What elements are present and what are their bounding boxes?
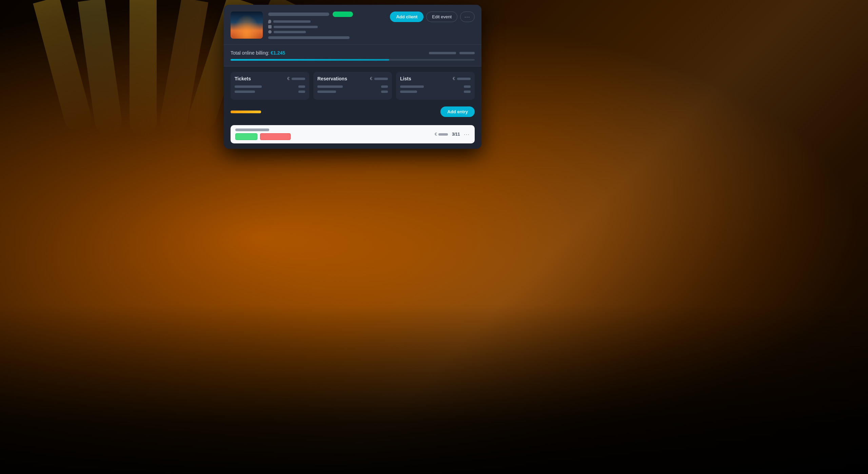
entry-price: € bbox=[435, 132, 448, 137]
info-icon bbox=[268, 30, 272, 34]
reservations-header: Reservations € bbox=[317, 76, 388, 81]
reservations-price-bar bbox=[374, 78, 388, 80]
add-client-button[interactable]: Add client bbox=[390, 12, 423, 22]
tickets-item-1 bbox=[235, 85, 305, 88]
lists-header: Lists € bbox=[400, 76, 471, 81]
lists-price-bar bbox=[457, 78, 471, 80]
reservations-price: € bbox=[370, 76, 388, 81]
location-row bbox=[268, 20, 384, 23]
lists-item-1-action bbox=[464, 85, 471, 88]
lists-item-2-action bbox=[464, 91, 471, 93]
billing-progress-bg bbox=[231, 59, 475, 61]
event-thumbnail bbox=[231, 12, 263, 39]
description-bar bbox=[268, 36, 350, 39]
calendar-icon bbox=[268, 25, 272, 28]
status-badge bbox=[333, 12, 353, 17]
crowd bbox=[0, 304, 868, 474]
entry-name-bar bbox=[235, 129, 269, 131]
reservations-item-1-bar bbox=[317, 85, 343, 88]
date-row bbox=[268, 25, 384, 28]
tag-green bbox=[235, 133, 257, 140]
reservations-card: Reservations € bbox=[313, 72, 392, 100]
tag-red bbox=[260, 133, 291, 140]
tickets-price: € bbox=[287, 76, 305, 81]
tickets-item-1-bar bbox=[235, 85, 262, 88]
more-options-button[interactable]: ··· bbox=[460, 12, 475, 22]
event-title-bar bbox=[268, 13, 329, 16]
reservations-item-1-action bbox=[381, 85, 388, 88]
tickets-header: Tickets € bbox=[235, 76, 305, 81]
lists-price: € bbox=[453, 76, 471, 81]
modal-header: Add client Edit event ··· bbox=[224, 5, 481, 45]
location-icon bbox=[268, 20, 271, 23]
tickets-item-2-bar bbox=[235, 91, 255, 93]
tickets-item-2-action bbox=[298, 91, 305, 93]
info-row bbox=[268, 30, 384, 34]
billing-progress-fill bbox=[231, 59, 389, 61]
entry-row: € 3/11 ··· bbox=[231, 125, 475, 143]
entry-left bbox=[235, 129, 431, 140]
reservations-title: Reservations bbox=[317, 76, 347, 81]
thumbnail-image bbox=[231, 12, 263, 39]
reservations-euro: € bbox=[370, 76, 372, 81]
lists-card: Lists € bbox=[396, 72, 475, 100]
entry-count: 3/11 bbox=[452, 132, 460, 137]
info-bar bbox=[274, 31, 306, 33]
lists-euro: € bbox=[453, 76, 455, 81]
billing-bar-1 bbox=[429, 52, 456, 54]
entry-tags bbox=[235, 133, 431, 140]
header-info bbox=[268, 12, 384, 39]
reservations-item-2-action bbox=[381, 91, 388, 93]
tickets-title: Tickets bbox=[235, 76, 251, 81]
billing-bar-2 bbox=[459, 52, 475, 54]
date-bar bbox=[274, 26, 318, 28]
billing-row: Total online billing: €1.245 bbox=[231, 50, 475, 56]
lists-item-1-bar bbox=[400, 85, 424, 88]
tickets-euro: € bbox=[287, 76, 290, 81]
header-top-row bbox=[268, 12, 384, 17]
billing-amount: €1.245 bbox=[271, 50, 285, 56]
billing-section: Total online billing: €1.245 bbox=[224, 45, 481, 66]
tickets-item-1-action bbox=[298, 85, 305, 88]
billing-right-bars bbox=[429, 52, 475, 54]
lists-item-2-bar bbox=[400, 91, 417, 93]
add-entry-button[interactable]: Add entry bbox=[440, 106, 475, 117]
reservations-item-1 bbox=[317, 85, 388, 88]
lists-title: Lists bbox=[400, 76, 411, 81]
entry-euro: € bbox=[435, 132, 437, 137]
location-bar bbox=[273, 20, 311, 23]
entry-right: € 3/11 ··· bbox=[435, 132, 470, 137]
reservations-item-2 bbox=[317, 91, 388, 93]
bottom-section: Add entry € 3/11 ··· bbox=[224, 103, 481, 149]
billing-label: Total online billing: €1.245 bbox=[231, 50, 285, 56]
lists-item-2 bbox=[400, 91, 471, 93]
lists-item-1 bbox=[400, 85, 471, 88]
billing-label-text: Total online billing: bbox=[231, 50, 269, 56]
tickets-item-2 bbox=[235, 91, 305, 93]
reservations-item-2-bar bbox=[317, 91, 336, 93]
entry-more-button[interactable]: ··· bbox=[464, 132, 470, 137]
tickets-price-bar bbox=[292, 78, 305, 80]
entry-price-bar bbox=[438, 133, 448, 136]
tickets-card: Tickets € bbox=[231, 72, 309, 100]
progress-indicator bbox=[231, 111, 261, 113]
edit-event-button[interactable]: Edit event bbox=[426, 12, 457, 22]
add-entry-row: Add entry bbox=[440, 106, 475, 117]
categories-section: Tickets € Reservations € bbox=[224, 66, 481, 103]
event-modal: Add client Edit event ··· Total online b… bbox=[224, 5, 481, 149]
header-actions: Add client Edit event ··· bbox=[390, 12, 475, 22]
